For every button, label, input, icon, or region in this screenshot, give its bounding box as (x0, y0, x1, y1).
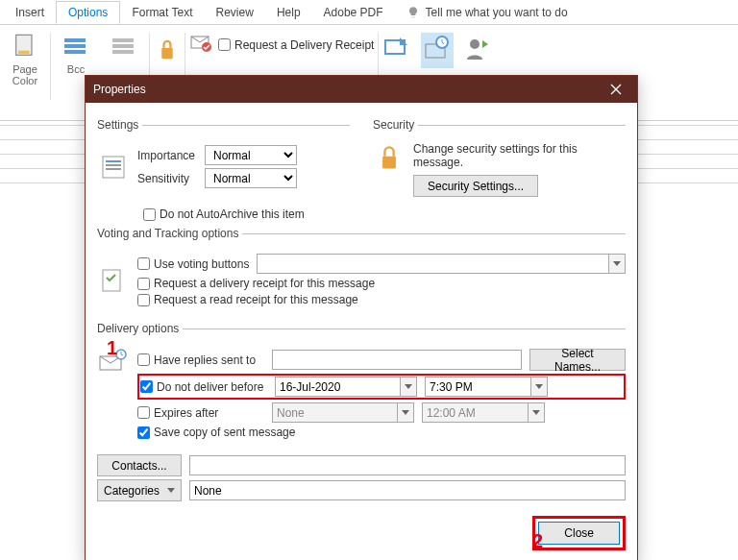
request-delivery-receipt-checkbox[interactable]: Request a Delivery Receipt (218, 38, 374, 52)
have-replies-label: Have replies sent to (154, 353, 256, 367)
request-read-receipt-checkbox[interactable]: Request a read receipt for this message (137, 293, 358, 306)
tab-adobe-pdf[interactable]: Adobe PDF (312, 2, 395, 23)
callout-2: 2 (532, 530, 543, 552)
page-color-icon (10, 31, 40, 61)
voting-buttons-input[interactable] (257, 254, 608, 274)
chevron-down-icon (167, 488, 175, 494)
expires-after-checkbox-input[interactable] (137, 406, 150, 419)
svg-point-14 (470, 39, 480, 49)
close-highlight: Close (532, 516, 626, 550)
voting-tracking-legend: Voting and Tracking options (97, 227, 242, 240)
ribbon-bcc[interactable]: Bcc (55, 29, 97, 77)
svg-rect-20 (103, 270, 120, 291)
svg-rect-5 (112, 38, 134, 42)
request-delivery-label: Request a Delivery Receipt (234, 38, 374, 52)
deliver-time-input[interactable] (425, 377, 530, 397)
svg-rect-8 (161, 48, 172, 59)
autoarchive-checkbox-input[interactable] (143, 208, 156, 221)
expires-time-dropdown[interactable] (528, 402, 545, 423)
chevron-down-icon (405, 384, 412, 390)
tell-me-search[interactable]: Tell me what you want to do (395, 2, 579, 23)
use-voting-checkbox[interactable]: Use voting buttons (137, 257, 249, 271)
tab-insert[interactable]: Insert (4, 2, 56, 23)
security-text: Change security settings for this messag… (413, 142, 626, 169)
contacts-button[interactable]: Contacts... (97, 454, 182, 476)
request-delivery-checkbox-dlg-input[interactable] (137, 278, 150, 290)
delivery-options-legend: Delivery options (97, 322, 183, 335)
deliver-time-combo[interactable] (425, 377, 548, 397)
tab-format-text[interactable]: Format Text (120, 2, 204, 23)
tab-review[interactable]: Review (205, 2, 265, 23)
use-voting-checkbox-input[interactable] (137, 257, 150, 270)
sensitivity-select[interactable]: Normal (205, 168, 297, 188)
save-sent-icon[interactable] (382, 35, 411, 66)
direct-replies-icon[interactable] (463, 35, 492, 66)
delivery-options-fieldset: Delivery options Have replies sent to Se… (97, 322, 626, 445)
tab-options[interactable]: Options (56, 1, 120, 24)
autoarchive-checkbox[interactable]: Do not AutoArchive this item (143, 207, 305, 221)
security-legend: Security (373, 118, 418, 132)
bcc-label: Bcc (67, 63, 85, 75)
delay-delivery-icon[interactable] (421, 33, 454, 68)
encrypt-icon[interactable] (189, 33, 212, 57)
properties-dialog: Properties Settings Importance Norma (85, 75, 638, 560)
voting-buttons-dropdown-btn[interactable] (608, 254, 626, 274)
security-fieldset: Security Change security settings for th… (373, 118, 626, 200)
page-color-label: Page Color (12, 63, 37, 86)
expires-after-checkbox[interactable]: Expires after (137, 406, 264, 420)
voting-tracking-fieldset: Voting and Tracking options Use voting b… (97, 227, 626, 312)
voting-buttons-combo[interactable] (257, 254, 626, 274)
expires-time-combo[interactable] (422, 402, 545, 423)
close-button[interactable]: Close (538, 522, 620, 545)
deliver-time-dropdown[interactable] (530, 377, 548, 397)
expires-time-input (422, 402, 528, 423)
have-replies-input[interactable] (272, 350, 522, 370)
deliver-date-dropdown[interactable] (400, 377, 417, 397)
request-delivery-receipt-checkbox-dlg[interactable]: Request a delivery receipt for this mess… (137, 277, 375, 290)
svg-rect-16 (106, 160, 121, 162)
do-not-deliver-checkbox-input[interactable] (140, 380, 153, 393)
svg-rect-18 (106, 168, 121, 170)
settings-icon (97, 151, 130, 183)
categories-input[interactable] (189, 480, 626, 500)
expires-date-dropdown[interactable] (397, 402, 414, 423)
security-icon (373, 142, 406, 175)
ribbon-from[interactable] (103, 29, 145, 63)
chevron-down-icon (402, 410, 409, 416)
have-replies-checkbox[interactable]: Have replies sent to (137, 353, 264, 367)
lightbulb-icon (406, 6, 420, 19)
importance-select[interactable]: Normal (205, 145, 297, 165)
contacts-input[interactable] (189, 455, 626, 475)
security-settings-button[interactable]: Security Settings... (413, 175, 538, 197)
request-delivery-checkbox-input[interactable] (218, 38, 231, 51)
chevron-down-icon (613, 261, 621, 267)
do-not-deliver-row: Do not deliver before (137, 374, 626, 400)
have-replies-checkbox-input[interactable] (137, 353, 150, 366)
categories-button[interactable]: Categories (97, 479, 182, 501)
expires-after-label: Expires after (154, 406, 218, 420)
ribbon-page-color[interactable]: Page Color (4, 29, 46, 88)
autoarchive-label: Do not AutoArchive this item (160, 207, 305, 221)
expires-date-combo[interactable] (272, 402, 414, 423)
close-icon (610, 84, 622, 95)
svg-rect-19 (382, 157, 396, 169)
callout-1: 1 (107, 337, 117, 359)
deliver-date-input[interactable] (275, 377, 400, 397)
tab-help[interactable]: Help (265, 2, 312, 23)
dialog-close-x[interactable] (603, 80, 629, 99)
save-copy-checkbox-input[interactable] (137, 426, 150, 439)
save-copy-label: Save copy of sent message (154, 426, 295, 439)
request-read-checkbox-input[interactable] (137, 294, 150, 306)
deliver-date-combo[interactable] (275, 377, 417, 397)
svg-rect-1 (18, 51, 30, 55)
use-voting-label: Use voting buttons (154, 257, 249, 271)
save-copy-checkbox[interactable]: Save copy of sent message (137, 426, 295, 439)
do-not-deliver-checkbox[interactable]: Do not deliver before (140, 380, 267, 394)
permission-icon[interactable] (154, 35, 181, 68)
request-delivery-label-dlg: Request a delivery receipt for this mess… (154, 277, 375, 290)
select-names-button[interactable]: Select Names... (529, 349, 626, 371)
bcc-icon (61, 31, 91, 61)
chevron-down-icon (535, 384, 543, 390)
expires-date-input (272, 402, 397, 423)
dialog-title: Properties (93, 83, 146, 96)
